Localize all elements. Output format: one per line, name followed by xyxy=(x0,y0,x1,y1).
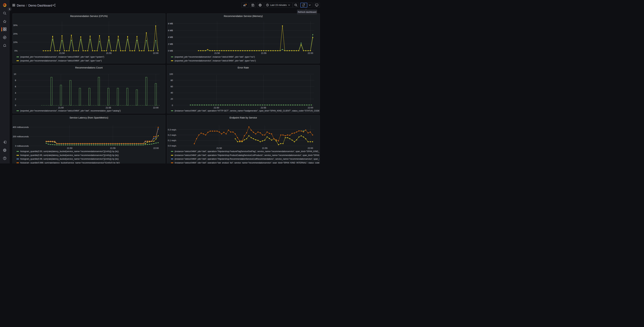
svg-text:0.2 req/s: 0.2 req/s xyxy=(168,134,176,136)
svg-text:21:50: 21:50 xyxy=(58,106,64,109)
svg-text:21:50: 21:50 xyxy=(59,52,65,54)
svg-text:80: 80 xyxy=(170,79,173,82)
svg-text:22:00: 22:00 xyxy=(308,147,313,150)
svg-text:21:50: 21:50 xyxy=(214,52,220,54)
svg-text:0.1 req/s: 0.1 req/s xyxy=(168,139,176,142)
svg-text:0: 0 xyxy=(15,104,16,106)
svg-text:400 milliseconds: 400 milliseconds xyxy=(12,126,29,128)
svg-text:0.3 req/s: 0.3 req/s xyxy=(168,128,176,131)
svg-text:4 MB: 4 MB xyxy=(168,36,173,38)
svg-text:8: 8 xyxy=(15,79,16,82)
svg-text:0 MB: 0 MB xyxy=(168,50,173,52)
svg-text:4: 4 xyxy=(15,92,16,94)
svg-text:21:55: 21:55 xyxy=(262,147,268,150)
svg-text:0.0 req/s: 0.0 req/s xyxy=(168,144,176,147)
svg-text:10%: 10% xyxy=(13,41,18,44)
svg-text:21:50: 21:50 xyxy=(216,147,222,150)
svg-text:2: 2 xyxy=(15,98,16,100)
svg-text:100: 100 xyxy=(169,73,173,75)
svg-text:30%: 30% xyxy=(13,24,18,26)
svg-text:21:50: 21:50 xyxy=(214,106,219,109)
svg-text:21:50: 21:50 xyxy=(67,147,72,150)
svg-text:22:00: 22:00 xyxy=(153,106,159,109)
svg-text:22:00: 22:00 xyxy=(153,147,159,150)
svg-text:22:00: 22:00 xyxy=(153,52,158,54)
svg-text:0: 0 xyxy=(172,104,173,106)
svg-text:22:00: 22:00 xyxy=(308,52,313,54)
svg-text:8 MB: 8 MB xyxy=(168,22,173,25)
svg-text:21:55: 21:55 xyxy=(110,147,116,150)
svg-text:60: 60 xyxy=(170,85,173,88)
svg-text:200 milliseconds: 200 milliseconds xyxy=(12,135,29,138)
svg-text:40: 40 xyxy=(170,92,173,94)
svg-text:21:55: 21:55 xyxy=(106,52,112,54)
svg-text:10: 10 xyxy=(14,73,16,75)
svg-text:21:55: 21:55 xyxy=(106,106,111,109)
svg-text:6 MB: 6 MB xyxy=(168,29,173,32)
svg-text:6: 6 xyxy=(15,85,16,88)
svg-text:22:00: 22:00 xyxy=(308,106,313,109)
svg-text:0%: 0% xyxy=(14,50,18,52)
svg-text:20: 20 xyxy=(170,98,173,100)
svg-text:21:55: 21:55 xyxy=(261,52,266,54)
svg-text:2 MB: 2 MB xyxy=(168,43,173,45)
svg-text:20%: 20% xyxy=(13,32,18,35)
svg-text:0 milliseconds: 0 milliseconds xyxy=(15,145,29,147)
svg-text:21:55: 21:55 xyxy=(260,106,266,109)
